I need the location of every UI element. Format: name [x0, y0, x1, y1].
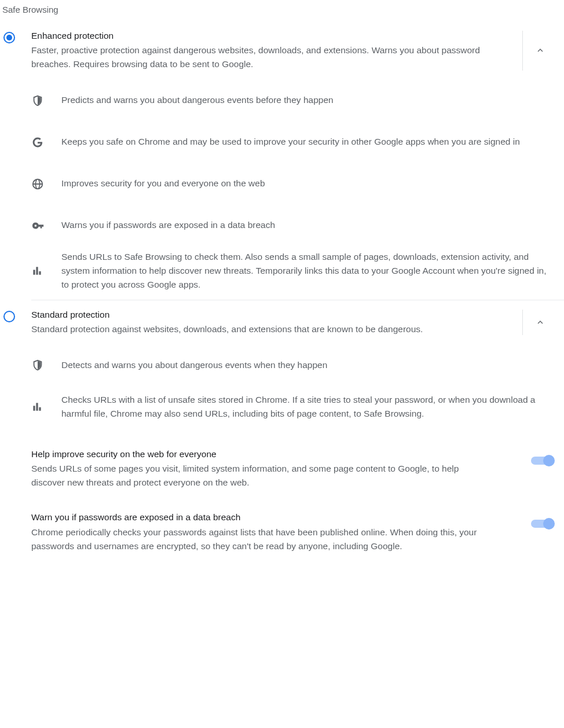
standard-bullet-list: Detects and warns you about dangerous ev… — [31, 344, 564, 428]
bullet-text: Detects and warns you about dangerous ev… — [61, 358, 552, 372]
standard-protection-section: Standard protection Standard protection … — [0, 300, 564, 553]
bullet-item: Predicts and warns you about dangerous e… — [31, 80, 552, 122]
bar-chart-icon — [31, 265, 61, 277]
help-improve-security-title: Help improve security on the web for eve… — [31, 447, 508, 461]
help-improve-security-toggle[interactable] — [531, 457, 552, 465]
bullet-item: Warns you if passwords are exposed in a … — [31, 205, 552, 247]
enhanced-protection-radio[interactable] — [3, 32, 15, 43]
help-improve-security-desc: Sends URLs of some pages you visit, limi… — [31, 462, 495, 490]
standard-protection-radio[interactable] — [3, 311, 15, 322]
enhanced-protection-desc: Faster, proactive protection against dan… — [31, 43, 483, 71]
globe-icon — [31, 178, 61, 190]
bullet-text: Improves security for you and everyone o… — [61, 177, 552, 190]
standard-protection-option[interactable]: Standard protection Standard protection … — [0, 300, 564, 344]
shield-icon — [31, 94, 61, 107]
warn-password-breach-row: Warn you if passwords are exposed in a d… — [31, 510, 552, 553]
warn-password-breach-toggle[interactable] — [531, 520, 552, 528]
standard-expand-button[interactable] — [522, 310, 557, 335]
bullet-item: Detects and warns you about dangerous ev… — [31, 344, 552, 386]
shield-icon — [31, 359, 61, 372]
bullet-item: Checks URLs with a list of unsafe sites … — [31, 386, 552, 428]
page-title: Safe Browsing — [0, 0, 564, 21]
enhanced-protection-section: Enhanced protection Faster, proactive pr… — [0, 21, 564, 300]
warn-password-breach-title: Warn you if passwords are exposed in a d… — [31, 510, 508, 524]
key-icon — [31, 219, 61, 232]
bullet-text: Checks URLs with a list of unsafe sites … — [61, 393, 552, 421]
standard-protection-title: Standard protection — [31, 308, 518, 321]
enhanced-protection-title: Enhanced protection — [31, 30, 518, 42]
bullet-text: Keeps you safe on Chrome and may be used… — [61, 135, 552, 149]
bullet-text: Predicts and warns you about dangerous e… — [61, 93, 552, 107]
google-g-icon — [31, 136, 61, 149]
bullet-text: Sends URLs to Safe Browsing to check the… — [61, 250, 552, 292]
standard-sub-settings: Help improve security on the web for eve… — [31, 447, 564, 553]
help-improve-security-row: Help improve security on the web for eve… — [31, 447, 552, 490]
bullet-item: Sends URLs to Safe Browsing to check the… — [31, 247, 552, 295]
chevron-up-icon — [535, 45, 545, 56]
warn-password-breach-desc: Chrome periodically checks your password… — [31, 525, 495, 553]
enhanced-expand-button[interactable] — [522, 31, 557, 71]
bullet-text: Warns you if passwords are exposed in a … — [61, 218, 552, 232]
bar-chart-icon — [31, 401, 61, 413]
enhanced-bullet-list: Predicts and warns you about dangerous e… — [31, 80, 564, 295]
standard-protection-desc: Standard protection against websites, do… — [31, 322, 483, 336]
bullet-item: Improves security for you and everyone o… — [31, 163, 552, 205]
enhanced-protection-option[interactable]: Enhanced protection Faster, proactive pr… — [0, 21, 564, 80]
bullet-item: Keeps you safe on Chrome and may be used… — [31, 122, 552, 163]
chevron-up-icon — [535, 317, 545, 328]
